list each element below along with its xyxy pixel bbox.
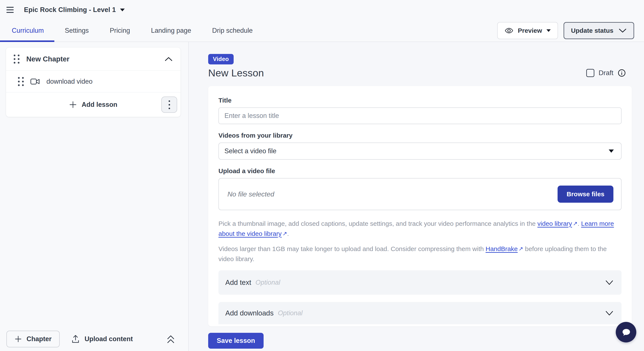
info-icon[interactable]: [618, 69, 626, 77]
video-library-link[interactable]: video library↗: [538, 220, 578, 227]
tab-pricing[interactable]: Pricing: [99, 20, 140, 42]
lesson-title: download video: [46, 78, 92, 86]
add-chapter-button[interactable]: Chapter: [6, 331, 60, 347]
video-library-select[interactable]: Select a video file: [218, 142, 622, 160]
chevron-down-icon: [618, 28, 627, 34]
draft-toggle-group: Draft: [586, 69, 626, 77]
lesson-form-card: Title Videos from your library Select a …: [208, 86, 632, 326]
drag-handle-icon[interactable]: [14, 54, 20, 64]
drag-handle-icon[interactable]: [18, 77, 24, 86]
library-field-label: Videos from your library: [218, 132, 622, 139]
add-text-label: Add text: [225, 278, 251, 286]
plus-icon: [14, 336, 22, 343]
external-link-icon: ↗: [518, 244, 523, 254]
header-actions: Preview Update status: [497, 20, 634, 42]
chapter-menu-button[interactable]: [161, 96, 177, 113]
tab-settings[interactable]: Settings: [54, 20, 99, 42]
body: New Chapter download video: [0, 42, 644, 351]
curriculum-sidebar: New Chapter download video: [0, 42, 189, 351]
eye-icon: [504, 26, 514, 35]
update-status-label: Update status: [571, 27, 614, 34]
link-label: video library: [538, 220, 572, 227]
optional-label: Optional: [278, 309, 302, 317]
tab-label: Settings: [65, 27, 89, 34]
sidebar-footer: Chapter Upload content: [0, 327, 188, 351]
external-link-icon: ↗: [572, 218, 578, 228]
add-lesson-button[interactable]: Add lesson: [6, 92, 180, 117]
course-title: Epic Rock Climbing - Level 1: [24, 6, 116, 14]
lesson-header: Video New Lesson Draft: [208, 42, 632, 79]
lesson-type-badge: Video: [208, 54, 234, 64]
file-dropzone[interactable]: No file selected Browse files: [218, 178, 622, 210]
chapter-header[interactable]: New Chapter: [6, 48, 180, 71]
course-switcher[interactable]: Epic Rock Climbing - Level 1: [24, 6, 125, 14]
tab-landing-page[interactable]: Landing page: [140, 20, 202, 42]
tab-drip-schedule[interactable]: Drip schedule: [202, 20, 264, 42]
add-downloads-label: Add downloads: [225, 309, 274, 317]
draft-checkbox[interactable]: [586, 69, 594, 77]
no-file-text: No file selected: [228, 190, 274, 198]
upload-field-label: Upload a video file: [218, 167, 622, 175]
page-title: New Lesson: [208, 67, 264, 79]
upload-content-label: Upload content: [84, 335, 133, 343]
course-builder-app: Epic Rock Climbing - Level 1 Curriculum …: [0, 0, 644, 351]
chapter-card: New Chapter download video: [6, 48, 180, 117]
add-lesson-label: Add lesson: [82, 101, 117, 108]
caret-down-icon: [546, 29, 551, 32]
lesson-title-input[interactable]: [218, 108, 622, 124]
help-text: .: [578, 220, 581, 227]
lesson-title-row: New Lesson Draft: [208, 67, 632, 79]
top-bar: Epic Rock Climbing - Level 1: [0, 0, 644, 20]
link-label: HandBrake: [486, 245, 518, 252]
chapter-title: New Chapter: [26, 55, 158, 63]
lesson-item[interactable]: download video: [6, 71, 180, 92]
compression-help-text: Videos larger than 1GB may take longer t…: [218, 244, 622, 264]
tabs-bar: Curriculum Settings Pricing Landing page…: [0, 20, 644, 42]
video-library-help-text: Pick a thumbnail image, add closed capti…: [218, 219, 622, 239]
chapter-footer: Add lesson: [6, 92, 180, 117]
tab-label: Landing page: [151, 27, 191, 34]
upload-content-button[interactable]: Upload content: [71, 334, 133, 344]
tab-label: Drip schedule: [212, 27, 253, 34]
video-camera-icon: [30, 78, 40, 85]
chevron-up-icon[interactable]: [164, 56, 173, 62]
help-text: .: [287, 230, 289, 237]
draft-label: Draft: [599, 69, 614, 77]
tab-label: Pricing: [110, 27, 130, 34]
preview-button[interactable]: Preview: [497, 22, 558, 39]
help-text: Pick a thumbnail image, add closed capti…: [218, 220, 538, 227]
help-text: Videos larger than 1GB may take longer t…: [218, 245, 486, 252]
chevron-down-icon: [605, 310, 614, 316]
plus-icon: [69, 101, 77, 108]
add-downloads-section[interactable]: Add downloads Optional: [218, 302, 622, 324]
caret-down-icon: [120, 8, 125, 11]
lesson-editor: Video New Lesson Draft: [189, 42, 644, 351]
add-chapter-label: Chapter: [26, 335, 52, 343]
external-link-icon: ↗: [282, 228, 287, 238]
optional-label: Optional: [256, 279, 280, 286]
upload-icon: [71, 334, 80, 344]
preview-label: Preview: [518, 27, 542, 34]
title-field-label: Title: [218, 97, 622, 104]
select-value: Select a video file: [224, 147, 276, 155]
save-lesson-button[interactable]: Save lesson: [208, 333, 264, 349]
tab-curriculum[interactable]: Curriculum: [0, 20, 54, 42]
add-text-section[interactable]: Add text Optional: [218, 270, 622, 295]
caret-down-icon: [609, 150, 614, 153]
chevron-down-icon: [605, 280, 614, 286]
collapse-all-button[interactable]: [166, 334, 176, 344]
chat-widget-button[interactable]: [616, 322, 636, 342]
tab-label: Curriculum: [12, 27, 44, 34]
handbrake-link[interactable]: HandBrake↗: [486, 245, 523, 252]
hamburger-menu-icon[interactable]: [6, 6, 15, 14]
chat-bubble-icon: [620, 326, 632, 338]
update-status-button[interactable]: Update status: [564, 22, 634, 39]
browse-files-button[interactable]: Browse files: [558, 186, 614, 203]
